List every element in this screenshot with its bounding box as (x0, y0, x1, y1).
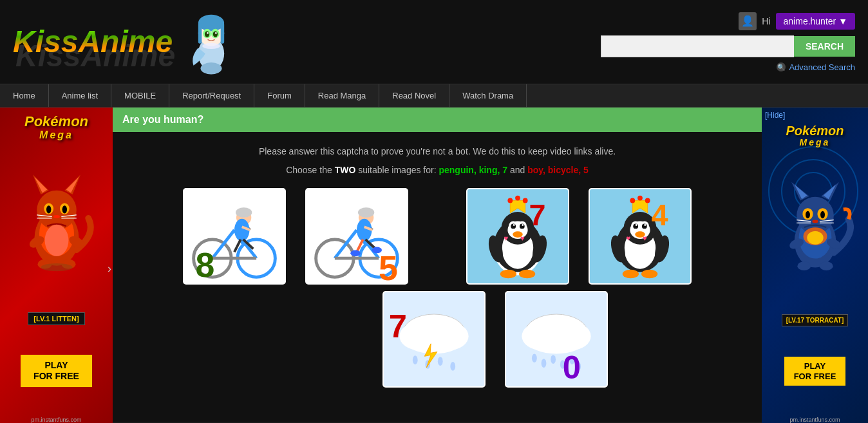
svg-point-34 (41, 263, 72, 271)
svg-point-125 (450, 362, 455, 371)
logo-character (179, 6, 243, 77)
svg-point-111 (641, 270, 657, 279)
svg-point-2 (198, 15, 224, 32)
svg-rect-4 (221, 23, 225, 44)
svg-point-12 (201, 62, 222, 74)
hide-button[interactable]: [Hide] (765, 111, 785, 120)
svg-text:7: 7 (529, 198, 546, 232)
svg-point-80 (513, 224, 515, 226)
nav-read-manga[interactable]: Read Manga (305, 84, 379, 107)
nav-home[interactable]: Home (0, 84, 49, 107)
nav-report[interactable]: Report/Request (169, 84, 254, 107)
left-ad-level-badge: [LV.1 LITTEN] (28, 312, 84, 325)
captcha-image-5[interactable]: 7 (382, 291, 486, 388)
svg-point-8 (213, 32, 218, 37)
captcha-image-1[interactable]: 8 (183, 188, 286, 285)
search-button[interactable]: SEARCH (794, 36, 855, 57)
svg-point-88 (519, 270, 535, 279)
header-right: 👤 Hi anime.hunter ▼ SEARCH 🔍 Advanced Se… (601, 12, 855, 72)
svg-point-114 (637, 196, 643, 201)
captcha-description: Please answer this captcha to prove you'… (126, 145, 749, 158)
nav-mobile[interactable]: MOBILE (111, 84, 169, 107)
svg-point-121 (406, 328, 462, 353)
svg-point-122 (413, 355, 418, 364)
right-ad-url: pm.instantfuns.com (789, 417, 840, 423)
right-ad-play-button[interactable]: PLAYFOR FREE (784, 357, 846, 386)
captcha-image-3[interactable]: ♥ ♥ (466, 188, 569, 285)
right-ad-banner[interactable]: [Hide] Pokémon Mega (762, 108, 868, 423)
nav-anime-list[interactable]: Anime list (49, 84, 111, 107)
right-ad-level-badge: [LV.17 TORRACAT] (782, 314, 849, 326)
svg-point-135 (551, 355, 556, 364)
logo-area: KissAnime KissAnime (13, 6, 243, 77)
nav-read-novel[interactable]: Read Novel (379, 84, 449, 107)
svg-text:5: 5 (379, 249, 398, 285)
svg-point-104 (644, 224, 646, 226)
nav-watch-drama[interactable]: Watch Drama (449, 84, 527, 107)
search-bar: SEARCH (601, 35, 855, 57)
logo-text: KissAnime (13, 26, 173, 57)
svg-point-150 (820, 211, 825, 219)
main-layout: Pokémon Mega (0, 108, 868, 423)
svg-point-10 (215, 32, 217, 34)
captcha-image-2[interactable]: 5 (305, 188, 408, 285)
captcha-row-1: 8 (183, 188, 692, 285)
svg-point-67 (350, 250, 361, 256)
captcha-header: Are you human? (113, 108, 762, 132)
nav-forum[interactable]: Forum (254, 84, 305, 107)
advanced-search-label: Advanced Search (789, 62, 855, 72)
svg-point-115 (645, 198, 650, 203)
svg-point-92 (523, 198, 528, 203)
captcha-image-6[interactable]: 0 (505, 291, 608, 388)
advanced-search-link[interactable]: 🔍 Advanced Search (777, 62, 855, 72)
right-ad-panel: [Hide] Pokémon Mega (762, 108, 868, 423)
svg-point-103 (636, 224, 637, 226)
svg-text:♥: ♥ (627, 234, 631, 242)
center-content: Are you human? Please answer this captch… (113, 108, 762, 423)
svg-point-149 (806, 211, 810, 219)
captcha-body: Please answer this captcha to prove you'… (113, 132, 762, 422)
svg-point-124 (438, 357, 443, 366)
user-hi-label: Hi (762, 16, 770, 26)
svg-point-110 (623, 270, 639, 279)
svg-point-151 (812, 220, 818, 223)
svg-point-9 (207, 32, 209, 34)
svg-point-22 (46, 205, 51, 213)
svg-point-24 (53, 215, 60, 218)
left-ad-banner[interactable]: Pokémon Mega (0, 108, 113, 423)
user-dropdown-button[interactable]: anime.hunter ▼ (776, 13, 855, 30)
svg-text:♥: ♥ (643, 234, 647, 242)
captcha-choose-text: Choose the TWO suitable images for: peng… (126, 165, 749, 175)
svg-text:4: 4 (652, 198, 668, 232)
captcha-images-container: 8 (126, 188, 749, 388)
captcha-image-4[interactable]: ♥ ♥ (589, 188, 692, 285)
svg-text:7: 7 (389, 308, 407, 344)
svg-point-161 (819, 261, 833, 270)
svg-point-90 (507, 198, 513, 203)
svg-text:♥: ♥ (520, 234, 525, 242)
captcha-row-2: 7 (267, 291, 608, 388)
svg-point-113 (630, 198, 635, 203)
left-ad-play-button[interactable]: PLAYFOR FREE (21, 355, 92, 387)
svg-point-157 (807, 231, 823, 245)
svg-point-133 (532, 353, 537, 362)
svg-point-11 (202, 43, 220, 49)
svg-text:0: 0 (563, 349, 581, 386)
right-ad-character (777, 178, 854, 283)
user-icon: 👤 (739, 12, 757, 30)
svg-point-46 (236, 207, 252, 218)
search-icon: 🔍 (777, 62, 786, 71)
left-ad-chevron-icon[interactable]: › (108, 262, 111, 276)
svg-point-87 (500, 270, 516, 279)
left-ad-panel: Pokémon Mega (0, 108, 113, 423)
svg-point-7 (205, 32, 209, 37)
svg-point-62 (358, 207, 374, 218)
search-input[interactable] (601, 35, 794, 57)
nav-bar: Home Anime list MOBILE Report/Request Fo… (0, 84, 868, 108)
svg-point-31 (44, 225, 68, 256)
user-bar: 👤 Hi anime.hunter ▼ (739, 12, 855, 30)
left-ad-pokemon-title: Pokémon Mega (24, 114, 88, 141)
svg-point-81 (522, 224, 524, 226)
svg-text:8: 8 (196, 245, 215, 284)
svg-point-23 (62, 205, 66, 213)
